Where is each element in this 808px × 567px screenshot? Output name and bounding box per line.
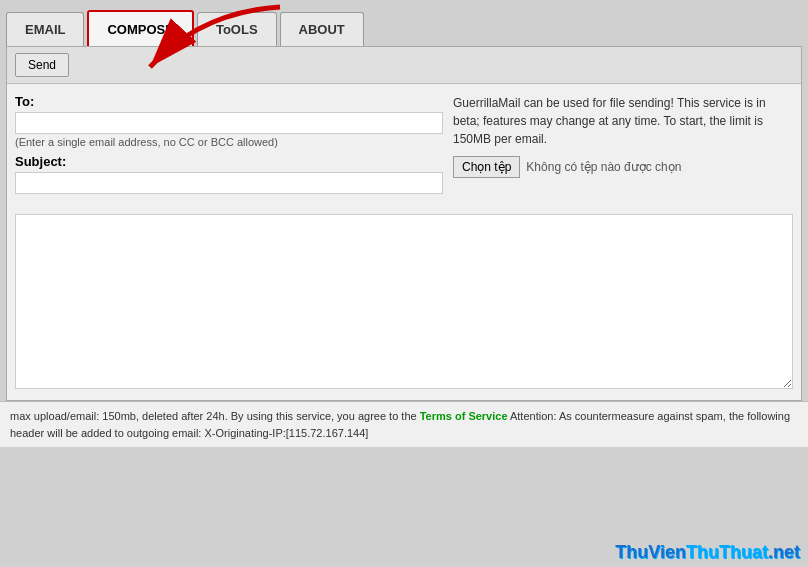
tab-bar: EMAIL COMPOSE ToOLS ABOUT: [0, 0, 808, 46]
to-hint: (Enter a single email address, no CC or …: [15, 136, 443, 148]
subject-row: Subject:: [15, 154, 443, 194]
to-row: To: (Enter a single email address, no CC…: [15, 94, 443, 148]
form-area: To: (Enter a single email address, no CC…: [7, 84, 801, 210]
tab-email[interactable]: EMAIL: [6, 12, 84, 46]
to-input[interactable]: [15, 112, 443, 134]
terms-link[interactable]: Terms of Service: [420, 410, 508, 422]
choose-file-button[interactable]: Chọn tệp: [453, 156, 520, 178]
send-button[interactable]: Send: [15, 53, 69, 77]
right-info: GuerrillaMail can be used for file sendi…: [453, 94, 793, 200]
tab-compose[interactable]: COMPOSE: [87, 10, 193, 46]
watermark: ThuVienThuThuat.net: [615, 542, 800, 563]
subject-input[interactable]: [15, 172, 443, 194]
content-area: Send To: (Enter a single email address, …: [6, 46, 802, 401]
file-none-label: Không có tệp nào được chọn: [526, 158, 681, 176]
info-text: GuerrillaMail can be used for file sendi…: [453, 94, 793, 148]
toolbar: Send: [7, 47, 801, 84]
tab-tools[interactable]: ToOLS: [197, 12, 277, 46]
message-area: [15, 214, 793, 392]
subject-label: Subject:: [15, 154, 443, 169]
file-row: Chọn tệp Không có tệp nào được chọn: [453, 156, 793, 178]
to-label: To:: [15, 94, 443, 109]
tab-about[interactable]: ABOUT: [280, 12, 364, 46]
main-container: EMAIL COMPOSE ToOLS ABOUT Send: [0, 0, 808, 567]
message-textarea[interactable]: [15, 214, 793, 389]
footer: max upload/email: 150mb, deleted after 2…: [0, 401, 808, 447]
left-form: To: (Enter a single email address, no CC…: [15, 94, 443, 200]
footer-text-before: max upload/email: 150mb, deleted after 2…: [10, 410, 420, 422]
